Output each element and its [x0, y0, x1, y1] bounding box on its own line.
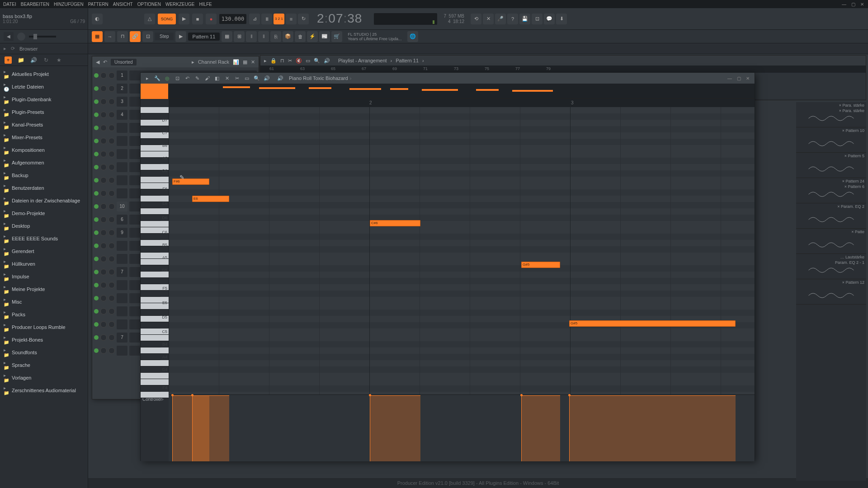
add-button[interactable]: + [5, 56, 12, 64]
magnet-icon[interactable]: ⊓ [117, 31, 128, 42]
star-icon[interactable]: ★ [55, 56, 62, 64]
pr-minimize-icon[interactable]: — [726, 75, 734, 82]
faders-icon[interactable]: ⦀ [258, 31, 269, 42]
countdown-icon[interactable]: 3 2 1 [274, 14, 284, 24]
controller-label[interactable]: Controller › [141, 395, 169, 461]
pl-magnet-icon[interactable]: ⊓ [280, 58, 284, 64]
view2-icon[interactable]: ⊞ [234, 31, 245, 42]
piano-keys[interactable]: D7C7B6A6G6F6E6D6C6B5A5G5F5E5D5C5B4A4G4F4 [141, 107, 169, 394]
help-icon[interactable]: ? [507, 14, 518, 24]
stamp-icon[interactable]: ⊡ [142, 31, 153, 42]
time-display[interactable]: 2:07:38 [317, 11, 362, 26]
pr-close-icon[interactable]: ✕ [744, 75, 752, 82]
view1-icon[interactable]: ▦ [222, 31, 232, 42]
pl-lock-icon[interactable]: 🔒 [270, 58, 277, 64]
sort-dropdown[interactable]: Unsorted [111, 59, 137, 66]
mixer-icon[interactable]: ⫴ [246, 31, 257, 42]
track-clips-panel[interactable]: × Para. stärke× Para. stärke× Pattern 10… [796, 102, 866, 481]
undo-cr-icon[interactable]: ↶ [103, 59, 107, 65]
loop-icon[interactable]: ↻ [298, 14, 309, 24]
expand-icon[interactable]: ▸ [4, 46, 6, 52]
pr-draw-icon[interactable]: ✎ [193, 74, 201, 82]
velocity-area[interactable] [169, 395, 755, 461]
graph1-icon[interactable]: 📊 [233, 59, 239, 65]
pr-erase-icon[interactable]: ◧ [213, 74, 221, 82]
browser-knob[interactable] [17, 33, 25, 41]
menu-cr-icon[interactable]: ▸ [192, 59, 194, 65]
cart-icon[interactable]: 🛒 [331, 31, 342, 42]
minimize-icon[interactable]: — [840, 1, 848, 7]
pr-zoom-icon[interactable]: 🔍 [253, 74, 261, 82]
refresh-icon[interactable]: ⟳ [11, 46, 15, 52]
play-small-icon[interactable]: ▶ [175, 31, 186, 42]
reload-icon[interactable]: ↻ [42, 56, 50, 64]
snap-select[interactable]: Step [155, 33, 174, 40]
sound-icon[interactable]: 🔊 [30, 56, 37, 64]
song-mode-button[interactable]: SONG [158, 14, 176, 24]
pr-select-icon[interactable]: ▭ [243, 74, 251, 82]
overdub-icon[interactable]: ≡ [286, 14, 297, 24]
graph2-icon[interactable]: ▦ [243, 59, 247, 65]
playlist-button[interactable]: ▦ [92, 31, 103, 42]
knob-icon[interactable]: ◐ [92, 14, 103, 24]
pr-slice-icon[interactable]: ✂ [233, 74, 241, 82]
close-cr-icon[interactable]: ✕ [251, 59, 255, 65]
pr-mute-icon[interactable]: ✕ [223, 74, 231, 82]
snap-icon[interactable]: ⊿ [249, 14, 260, 24]
playlist-ruler[interactable]: 61636567697173757779 [260, 66, 866, 73]
plug-icon[interactable]: ⚡ [307, 31, 318, 42]
metronome-icon[interactable]: △ [144, 14, 155, 24]
news-icon[interactable]: 📰 [319, 31, 330, 42]
wait-icon[interactable]: ⏸ [261, 14, 272, 24]
download-icon[interactable]: ⬇ [556, 14, 567, 24]
pr-play-icon[interactable]: 🔊 [276, 74, 284, 82]
play-button[interactable]: ▶ [179, 14, 189, 24]
pr-playback-icon[interactable]: 🔊 [263, 74, 271, 82]
collapse-icon[interactable]: ◀ [4, 32, 14, 41]
stop-button[interactable]: ■ [192, 14, 203, 24]
pr-corner[interactable] [141, 84, 169, 99]
pr-maximize-icon[interactable]: ▢ [735, 75, 743, 82]
render-icon[interactable]: ⊡ [532, 14, 542, 24]
pr-stamp-icon[interactable]: ⊡ [173, 74, 181, 82]
pl-select-icon[interactable]: ▭ [306, 58, 310, 64]
pr-ruler[interactable]: 2 3 [169, 99, 755, 107]
pl-menu-icon[interactable]: ▸ [264, 58, 267, 64]
pr-undo-icon[interactable]: ↶ [183, 74, 191, 82]
pr-menu-icon[interactable]: ▸ [143, 74, 151, 82]
tools-icon[interactable]: ✕ [483, 14, 494, 24]
folder-icon[interactable]: 📁 [17, 56, 24, 64]
maximize-icon[interactable]: ▢ [849, 1, 857, 7]
note[interactable]: C#6 [370, 220, 420, 226]
pl-play-icon[interactable]: 🔊 [324, 58, 330, 64]
piano-roll-window[interactable]: ▸ 🔧 ◎ ⊡ ↶ ✎ 🖌 ◧ ✕ ✂ ▭ 🔍 🔊 🔊 Piano Roll T… [140, 72, 755, 461]
main-menu[interactable]: DATEIBEARBEITENHINZUFÜGENPATTERNANSICHTO… [2, 2, 213, 7]
slider[interactable] [29, 36, 56, 38]
pr-target-icon[interactable]: ◎ [163, 74, 171, 82]
note[interactable]: G#5 [569, 320, 736, 327]
pl-mute-icon[interactable]: 🔇 [296, 58, 302, 64]
pr-overview[interactable] [169, 84, 755, 99]
undo-icon[interactable]: ⟲ [471, 14, 481, 24]
pr-wrench-icon[interactable]: 🔧 [153, 74, 161, 82]
record-button[interactable]: ● [206, 14, 217, 24]
back-icon[interactable]: ◀ [96, 59, 99, 65]
archive-icon[interactable]: 📦 [283, 31, 293, 42]
tempo-display[interactable]: 130.000 [219, 14, 246, 24]
copy-icon[interactable]: ⎘ [270, 31, 281, 42]
note[interactable]: G#5 [521, 262, 560, 268]
pl-cut-icon[interactable]: ✂ [288, 58, 292, 64]
link-icon[interactable]: 🔗 [130, 31, 141, 42]
pattern-selector[interactable]: Pattern 11 [188, 33, 220, 41]
pl-zoom-icon[interactable]: 🔍 [314, 58, 320, 64]
pr-grid[interactable]: ✎ F#6E6C#6G#5G#5 [169, 107, 755, 394]
forward-icon[interactable]: → [104, 31, 115, 42]
close-icon[interactable]: ✕ [858, 1, 866, 7]
globe-icon[interactable]: 🌐 [407, 31, 418, 42]
chat-icon[interactable]: 💬 [544, 14, 555, 24]
note[interactable]: E6 [192, 196, 229, 202]
browser-tree[interactable]: ▸📁Aktuelles Projekt ▸🕐Letzte Dateien ▸📁P… [0, 66, 88, 488]
note[interactable]: F#6 [172, 178, 209, 185]
save-icon[interactable]: 💾 [519, 14, 530, 24]
mic-icon[interactable]: 🎤 [495, 14, 506, 24]
